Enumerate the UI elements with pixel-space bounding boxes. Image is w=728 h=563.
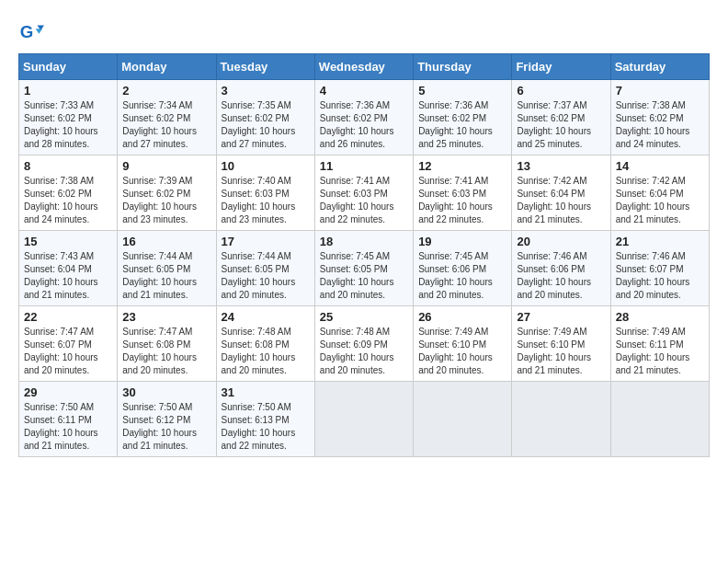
calendar-cell bbox=[610, 382, 709, 457]
day-info: Sunrise: 7:48 AM Sunset: 6:08 PM Dayligh… bbox=[222, 326, 310, 377]
day-info: Sunrise: 7:50 AM Sunset: 6:11 PM Dayligh… bbox=[24, 401, 112, 453]
day-info: Sunrise: 7:44 AM Sunset: 6:05 PM Dayligh… bbox=[122, 250, 210, 302]
calendar-cell: 13Sunrise: 7:42 AM Sunset: 6:04 PM Dayli… bbox=[512, 155, 610, 231]
calendar-cell: 8Sunrise: 7:38 AM Sunset: 6:02 PM Daylig… bbox=[19, 155, 118, 231]
day-info: Sunrise: 7:48 AM Sunset: 6:09 PM Dayligh… bbox=[320, 326, 408, 377]
day-number: 3 bbox=[222, 84, 310, 98]
weekday-header-thursday: Thursday bbox=[414, 54, 512, 80]
day-info: Sunrise: 7:45 AM Sunset: 6:05 PM Dayligh… bbox=[320, 250, 408, 302]
day-info: Sunrise: 7:43 AM Sunset: 6:04 PM Dayligh… bbox=[24, 250, 112, 302]
calendar-cell: 20Sunrise: 7:46 AM Sunset: 6:06 PM Dayli… bbox=[512, 231, 610, 306]
calendar-cell: 17Sunrise: 7:44 AM Sunset: 6:05 PM Dayli… bbox=[216, 231, 314, 306]
calendar-cell bbox=[314, 382, 413, 457]
calendar-cell: 30Sunrise: 7:50 AM Sunset: 6:12 PM Dayli… bbox=[118, 382, 216, 457]
day-number: 4 bbox=[320, 84, 408, 98]
day-info: Sunrise: 7:47 AM Sunset: 6:08 PM Dayligh… bbox=[122, 326, 210, 377]
day-info: Sunrise: 7:41 AM Sunset: 6:03 PM Dayligh… bbox=[418, 175, 506, 226]
day-number: 26 bbox=[418, 310, 506, 324]
svg-text:G: G bbox=[20, 22, 34, 41]
day-number: 16 bbox=[122, 235, 210, 248]
day-info: Sunrise: 7:38 AM Sunset: 6:02 PM Dayligh… bbox=[616, 99, 704, 151]
svg-marker-2 bbox=[36, 29, 42, 34]
calendar-week-2: 8Sunrise: 7:38 AM Sunset: 6:02 PM Daylig… bbox=[19, 155, 710, 231]
day-info: Sunrise: 7:45 AM Sunset: 6:06 PM Dayligh… bbox=[418, 250, 506, 302]
day-number: 22 bbox=[24, 310, 112, 324]
calendar-cell: 25Sunrise: 7:48 AM Sunset: 6:09 PM Dayli… bbox=[314, 306, 413, 382]
calendar-cell: 1Sunrise: 7:33 AM Sunset: 6:02 PM Daylig… bbox=[19, 80, 118, 155]
weekday-header-friday: Friday bbox=[512, 54, 610, 80]
day-number: 19 bbox=[418, 235, 506, 248]
day-info: Sunrise: 7:34 AM Sunset: 6:02 PM Dayligh… bbox=[122, 99, 210, 151]
calendar-cell: 15Sunrise: 7:43 AM Sunset: 6:04 PM Dayli… bbox=[19, 231, 118, 306]
day-info: Sunrise: 7:41 AM Sunset: 6:03 PM Dayligh… bbox=[320, 175, 408, 226]
day-info: Sunrise: 7:49 AM Sunset: 6:11 PM Dayligh… bbox=[616, 326, 704, 377]
day-info: Sunrise: 7:33 AM Sunset: 6:02 PM Dayligh… bbox=[24, 99, 112, 151]
weekday-header-row: SundayMondayTuesdayWednesdayThursdayFrid… bbox=[19, 54, 710, 80]
day-number: 17 bbox=[222, 235, 310, 248]
day-number: 29 bbox=[24, 385, 112, 399]
calendar-cell: 10Sunrise: 7:40 AM Sunset: 6:03 PM Dayli… bbox=[216, 155, 314, 231]
day-info: Sunrise: 7:49 AM Sunset: 6:10 PM Dayligh… bbox=[517, 326, 605, 377]
calendar-cell: 4Sunrise: 7:36 AM Sunset: 6:02 PM Daylig… bbox=[314, 80, 413, 155]
day-info: Sunrise: 7:44 AM Sunset: 6:05 PM Dayligh… bbox=[222, 250, 310, 302]
day-number: 23 bbox=[122, 310, 210, 324]
day-number: 1 bbox=[24, 84, 112, 98]
calendar-cell: 14Sunrise: 7:42 AM Sunset: 6:04 PM Dayli… bbox=[610, 155, 709, 231]
calendar-cell: 24Sunrise: 7:48 AM Sunset: 6:08 PM Dayli… bbox=[216, 306, 314, 382]
day-number: 6 bbox=[517, 84, 605, 98]
day-number: 18 bbox=[320, 235, 408, 248]
page-header: G bbox=[18, 18, 710, 44]
day-number: 24 bbox=[222, 310, 310, 324]
day-number: 5 bbox=[418, 84, 506, 98]
calendar-cell: 2Sunrise: 7:34 AM Sunset: 6:02 PM Daylig… bbox=[118, 80, 216, 155]
day-number: 15 bbox=[24, 235, 112, 248]
day-info: Sunrise: 7:42 AM Sunset: 6:04 PM Dayligh… bbox=[517, 175, 605, 226]
day-info: Sunrise: 7:39 AM Sunset: 6:02 PM Dayligh… bbox=[122, 175, 210, 226]
day-info: Sunrise: 7:46 AM Sunset: 6:06 PM Dayligh… bbox=[517, 250, 605, 302]
day-info: Sunrise: 7:42 AM Sunset: 6:04 PM Dayligh… bbox=[616, 175, 704, 226]
calendar-table: SundayMondayTuesdayWednesdayThursdayFrid… bbox=[18, 53, 710, 457]
day-number: 25 bbox=[320, 310, 408, 324]
calendar-week-4: 22Sunrise: 7:47 AM Sunset: 6:07 PM Dayli… bbox=[19, 306, 710, 382]
day-info: Sunrise: 7:50 AM Sunset: 6:12 PM Dayligh… bbox=[122, 401, 210, 453]
calendar-cell: 23Sunrise: 7:47 AM Sunset: 6:08 PM Dayli… bbox=[118, 306, 216, 382]
logo: G bbox=[18, 18, 48, 44]
day-number: 30 bbox=[122, 385, 210, 399]
day-number: 9 bbox=[122, 159, 210, 173]
calendar-cell: 7Sunrise: 7:38 AM Sunset: 6:02 PM Daylig… bbox=[610, 80, 709, 155]
calendar-cell bbox=[512, 382, 610, 457]
calendar-week-5: 29Sunrise: 7:50 AM Sunset: 6:11 PM Dayli… bbox=[19, 382, 710, 457]
calendar-cell: 21Sunrise: 7:46 AM Sunset: 6:07 PM Dayli… bbox=[610, 231, 709, 306]
day-info: Sunrise: 7:37 AM Sunset: 6:02 PM Dayligh… bbox=[517, 99, 605, 151]
day-info: Sunrise: 7:38 AM Sunset: 6:02 PM Dayligh… bbox=[24, 175, 112, 226]
day-number: 13 bbox=[517, 159, 605, 173]
weekday-header-saturday: Saturday bbox=[610, 54, 709, 80]
calendar-cell: 26Sunrise: 7:49 AM Sunset: 6:10 PM Dayli… bbox=[414, 306, 512, 382]
calendar-week-3: 15Sunrise: 7:43 AM Sunset: 6:04 PM Dayli… bbox=[19, 231, 710, 306]
day-info: Sunrise: 7:35 AM Sunset: 6:02 PM Dayligh… bbox=[222, 99, 310, 151]
calendar-week-1: 1Sunrise: 7:33 AM Sunset: 6:02 PM Daylig… bbox=[19, 80, 710, 155]
weekday-header-sunday: Sunday bbox=[19, 54, 118, 80]
weekday-header-tuesday: Tuesday bbox=[216, 54, 314, 80]
calendar-cell: 16Sunrise: 7:44 AM Sunset: 6:05 PM Dayli… bbox=[118, 231, 216, 306]
day-number: 11 bbox=[320, 159, 408, 173]
calendar-cell: 9Sunrise: 7:39 AM Sunset: 6:02 PM Daylig… bbox=[118, 155, 216, 231]
calendar-cell: 31Sunrise: 7:50 AM Sunset: 6:13 PM Dayli… bbox=[216, 382, 314, 457]
day-number: 14 bbox=[616, 159, 704, 173]
day-info: Sunrise: 7:49 AM Sunset: 6:10 PM Dayligh… bbox=[418, 326, 506, 377]
day-number: 28 bbox=[616, 310, 704, 324]
day-number: 7 bbox=[616, 84, 704, 98]
calendar-cell: 12Sunrise: 7:41 AM Sunset: 6:03 PM Dayli… bbox=[414, 155, 512, 231]
calendar-cell: 11Sunrise: 7:41 AM Sunset: 6:03 PM Dayli… bbox=[314, 155, 413, 231]
calendar-cell: 18Sunrise: 7:45 AM Sunset: 6:05 PM Dayli… bbox=[314, 231, 413, 306]
calendar-cell bbox=[414, 382, 512, 457]
day-info: Sunrise: 7:40 AM Sunset: 6:03 PM Dayligh… bbox=[222, 175, 310, 226]
calendar-cell: 19Sunrise: 7:45 AM Sunset: 6:06 PM Dayli… bbox=[414, 231, 512, 306]
calendar-cell: 28Sunrise: 7:49 AM Sunset: 6:11 PM Dayli… bbox=[610, 306, 709, 382]
calendar-cell: 6Sunrise: 7:37 AM Sunset: 6:02 PM Daylig… bbox=[512, 80, 610, 155]
day-info: Sunrise: 7:36 AM Sunset: 6:02 PM Dayligh… bbox=[418, 99, 506, 151]
calendar-cell: 22Sunrise: 7:47 AM Sunset: 6:07 PM Dayli… bbox=[19, 306, 118, 382]
calendar-cell: 27Sunrise: 7:49 AM Sunset: 6:10 PM Dayli… bbox=[512, 306, 610, 382]
calendar-cell: 5Sunrise: 7:36 AM Sunset: 6:02 PM Daylig… bbox=[414, 80, 512, 155]
logo-icon: G bbox=[18, 18, 44, 44]
